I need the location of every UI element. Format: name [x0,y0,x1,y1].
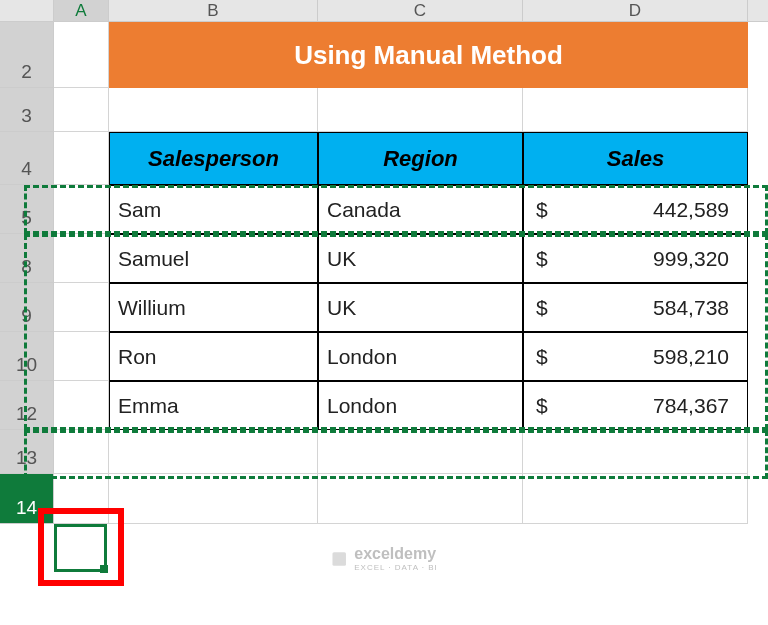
row-3: 3 [0,88,768,132]
amount-value: 784,367 [653,394,739,418]
row-4: 4 Salesperson Region Sales [0,132,768,185]
cell-sales-0[interactable]: $ 442,589 [523,185,748,234]
watermark-text: exceldemy [354,545,438,563]
amount-value: 584,738 [653,296,739,320]
cell-c3[interactable] [318,88,523,132]
amount-value: 999,320 [653,247,739,271]
row-14: 14 [0,474,768,524]
cell-sales-2[interactable]: $ 584,738 [523,283,748,332]
row-9: 9 Willium UK $ 584,738 [0,283,768,332]
watermark: exceldemy EXCEL · DATA · BI [330,545,438,572]
cell-region-3[interactable]: London [318,332,523,381]
svg-rect-0 [332,552,346,566]
row-5: 5 Sam Canada $ 442,589 [0,185,768,234]
cell-sales-1[interactable]: $ 999,320 [523,234,748,283]
excel-icon [330,550,348,568]
col-header-d[interactable]: D [523,0,748,21]
title-cell[interactable]: Using Manual Method [109,22,748,88]
row-header-12[interactable]: 12 [0,381,54,430]
col-header-b[interactable]: B [109,0,318,21]
row-header-14[interactable]: 14 [0,474,54,524]
cell-region-1[interactable]: UK [318,234,523,283]
cell-region-4[interactable]: London [318,381,523,430]
cell-name-2[interactable]: Willium [109,283,318,332]
cell-a4[interactable] [54,132,109,185]
cell-a10[interactable] [54,332,109,381]
header-region[interactable]: Region [318,132,523,185]
currency-symbol: $ [532,247,548,271]
amount-value: 598,210 [653,345,739,369]
cell-name-4[interactable]: Emma [109,381,318,430]
cell-region-0[interactable]: Canada [318,185,523,234]
cell-name-1[interactable]: Samuel [109,234,318,283]
col-header-a[interactable]: A [54,0,109,21]
amount-value: 442,589 [653,198,739,222]
cell-a14[interactable] [54,474,109,524]
header-salesperson[interactable]: Salesperson [109,132,318,185]
row-header-5[interactable]: 5 [0,185,54,234]
watermark-sub: EXCEL · DATA · BI [354,563,438,572]
cell-name-0[interactable]: Sam [109,185,318,234]
cell-a2[interactable] [54,22,109,88]
cell-d14[interactable] [523,474,748,524]
row-2: 2 Using Manual Method [0,22,768,88]
cell-d13[interactable] [523,430,748,474]
row-13: 13 [0,430,768,474]
active-cell[interactable] [54,524,107,572]
cell-a8[interactable] [54,234,109,283]
header-sales[interactable]: Sales [523,132,748,185]
row-header-2[interactable]: 2 [0,22,54,88]
currency-symbol: $ [532,198,548,222]
select-all-corner[interactable] [0,0,54,21]
cell-region-2[interactable]: UK [318,283,523,332]
cell-a9[interactable] [54,283,109,332]
cell-a12[interactable] [54,381,109,430]
cell-b14[interactable] [109,474,318,524]
currency-symbol: $ [532,296,548,320]
row-header-3[interactable]: 3 [0,88,54,132]
cell-c14[interactable] [318,474,523,524]
row-10: 10 Ron London $ 598,210 [0,332,768,381]
cell-b3[interactable] [109,88,318,132]
cell-a13[interactable] [54,430,109,474]
row-header-9[interactable]: 9 [0,283,54,332]
row-header-8[interactable]: 8 [0,234,54,283]
cell-sales-4[interactable]: $ 784,367 [523,381,748,430]
cell-a3[interactable] [54,88,109,132]
cell-sales-3[interactable]: $ 598,210 [523,332,748,381]
row-12: 12 Emma London $ 784,367 [0,381,768,430]
column-headers: A B C D [0,0,768,22]
col-header-c[interactable]: C [318,0,523,21]
row-8: 8 Samuel UK $ 999,320 [0,234,768,283]
cell-c13[interactable] [318,430,523,474]
currency-symbol: $ [532,394,548,418]
row-header-10[interactable]: 10 [0,332,54,381]
cell-name-3[interactable]: Ron [109,332,318,381]
cell-b13[interactable] [109,430,318,474]
row-header-4[interactable]: 4 [0,132,54,185]
cell-a5[interactable] [54,185,109,234]
fill-handle[interactable] [100,565,108,573]
row-header-13[interactable]: 13 [0,430,54,474]
cell-d3[interactable] [523,88,748,132]
currency-symbol: $ [532,345,548,369]
